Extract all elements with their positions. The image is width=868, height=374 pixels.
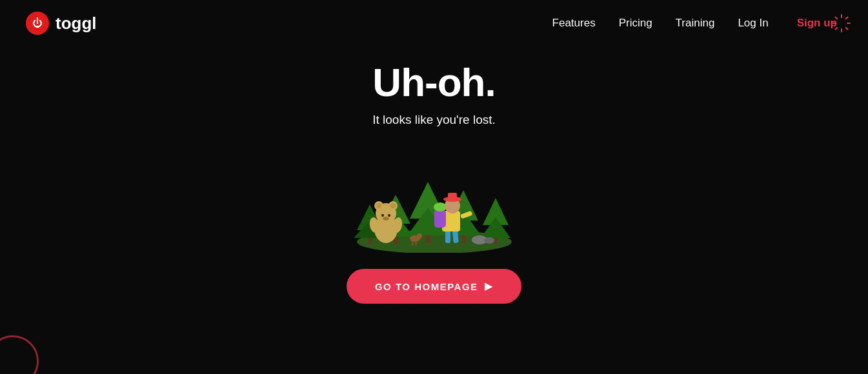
svg-point-30 <box>381 214 384 217</box>
logo[interactable]: ⏻ toggl <box>26 12 97 35</box>
logo-icon: ⏻ <box>26 12 49 35</box>
svg-rect-46 <box>412 241 414 246</box>
error-heading: Uh-oh. <box>372 59 495 105</box>
power-icon: ⏻ <box>32 17 43 29</box>
main-nav: Features Pricing Training Log In Sign up <box>552 14 842 32</box>
svg-rect-20 <box>461 235 466 243</box>
go-to-homepage-button[interactable]: GO TO HOMEPAGE ▶ <box>347 269 521 304</box>
svg-line-5 <box>846 28 848 30</box>
nav-pricing[interactable]: Pricing <box>619 17 652 30</box>
illustration-scene <box>350 146 518 250</box>
svg-point-32 <box>383 217 389 221</box>
svg-point-49 <box>484 237 494 244</box>
nav-features[interactable]: Features <box>552 17 596 30</box>
svg-line-6 <box>846 17 848 19</box>
svg-point-31 <box>388 214 390 217</box>
svg-rect-38 <box>434 210 446 228</box>
forest-illustration <box>350 146 518 253</box>
cta-label: GO TO HOMEPAGE <box>375 281 478 292</box>
svg-rect-11 <box>368 238 372 244</box>
svg-point-39 <box>434 202 447 212</box>
svg-rect-47 <box>415 241 417 246</box>
nav-login[interactable]: Log In <box>738 17 768 30</box>
error-subtext: It looks like you're lost. <box>372 113 496 127</box>
svg-point-45 <box>417 233 422 239</box>
svg-rect-17 <box>425 235 430 243</box>
svg-rect-23 <box>494 238 498 244</box>
svg-line-4 <box>836 17 838 19</box>
logo-text: toggl <box>56 14 97 34</box>
svg-line-7 <box>836 28 838 30</box>
bottom-circle-decoration <box>0 335 39 374</box>
svg-point-28 <box>376 203 381 208</box>
nav-training[interactable]: Training <box>676 17 715 30</box>
sunburst-decoration <box>832 14 851 33</box>
cta-arrow: ▶ <box>485 280 494 292</box>
svg-rect-42 <box>448 193 457 201</box>
svg-point-29 <box>390 203 396 208</box>
